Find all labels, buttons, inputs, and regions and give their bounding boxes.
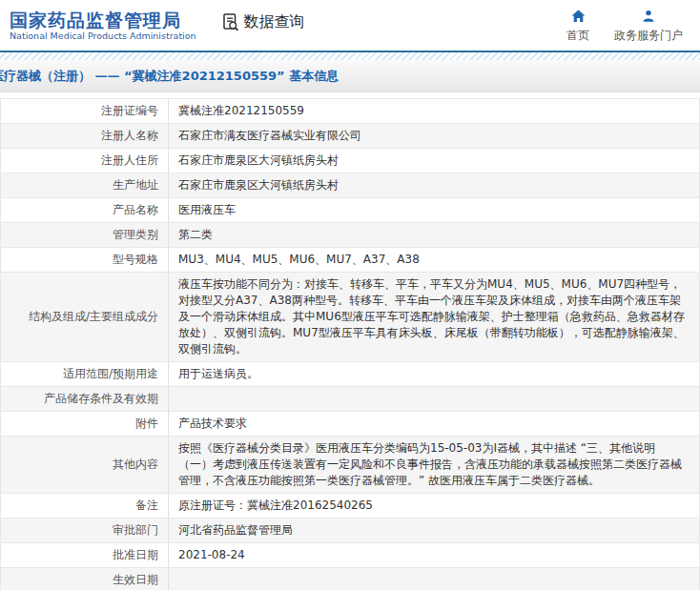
row-label: 注册人住所 [1, 149, 169, 173]
site-header: 国家药品监督管理局 National Medical Products Admi… [0, 0, 700, 51]
table-wrap: 注册证编号 冀械注准20212150559 注册人名称 石家庄市满友医疗器械实业… [0, 98, 700, 590]
row-value: 石家庄市鹿泉区大河镇纸房头村 [169, 149, 700, 173]
table-row: 其他内容 按照《医疗器械分类目录》医用液压车分类编码为15-05-03为Ⅰ器械，… [1, 437, 700, 494]
row-label: 注册证编号 [1, 99, 169, 124]
row-label: 型号规格 [1, 248, 169, 273]
breadcrumb: 医疗器械（注册） —— “冀械注准20212150559” 基本信息 [0, 68, 339, 85]
nmpa-logo[interactable]: 国家药品监督管理局 National Medical Products Admi… [10, 10, 196, 42]
row-value: 原注册证号：冀械注准20162540265 [169, 494, 700, 519]
row-label: 审批部门 [1, 519, 169, 543]
table-row: 生效日期 [1, 568, 700, 590]
table-row: 管理类别 第二类 [1, 223, 700, 248]
page: 国家药品监督管理局 National Medical Products Admi… [0, 0, 700, 590]
table-row: 备注 原注册证号：冀械注准20162540265 [1, 494, 700, 519]
table-row: 注册人住所 石家庄市鹿泉区大河镇纸房头村 [1, 149, 700, 173]
row-value: 河北省药品监督管理局 [169, 519, 700, 543]
nav-portal[interactable]: 政务服务门户 [614, 8, 683, 44]
hatch-band [0, 52, 700, 60]
row-value: 医用液压车 [169, 198, 700, 223]
row-label: 附件 [1, 412, 169, 437]
row-value: 石家庄市满友医疗器械实业有限公司 [169, 124, 700, 149]
row-label: 结构及组成/主要组成成分 [1, 273, 169, 362]
row-label: 备注 [1, 494, 169, 519]
row-label: 产品名称 [1, 198, 169, 223]
table-row: 批准日期 2021-08-24 [1, 543, 700, 568]
home-icon [570, 8, 587, 25]
row-label: 管理类别 [1, 223, 169, 248]
row-value: 液压车按功能不同分为：对接车、转移车、平车，平车又分为MU4、MU5、MU6、M… [169, 273, 700, 362]
nav-portal-label: 政务服务门户 [614, 28, 683, 44]
info-table: 注册证编号 冀械注准20212150559 注册人名称 石家庄市满友医疗器械实业… [0, 98, 700, 590]
row-value [169, 387, 700, 412]
row-value: 按照《医疗器械分类目录》医用液压车分类编码为15-05-03为Ⅰ器械，其中描述 … [169, 437, 700, 494]
row-value: 冀械注准20212150559 [169, 99, 700, 124]
row-label: 其他内容 [1, 437, 169, 494]
nav-home[interactable]: 首页 [566, 8, 589, 44]
table-row: 注册证编号 冀械注准20212150559 [1, 99, 700, 124]
table-row: 适用范围/预期用途 用于运送病员。 [1, 362, 700, 387]
row-value [169, 568, 700, 590]
row-label: 批准日期 [1, 543, 169, 568]
logo-subtitle: National Medical Products Administration [10, 31, 196, 42]
row-value: 石家庄市鹿泉区大河镇纸房头村 [169, 173, 700, 198]
table-row: 结构及组成/主要组成成分 液压车按功能不同分为：对接车、转移车、平车，平车又分为… [1, 273, 700, 362]
row-label: 生效日期 [1, 568, 169, 590]
table-row: 型号规格 MU3、MU4、MU5、MU6、MU7、A37、A38 [1, 248, 700, 273]
table-row: 产品名称 医用液压车 [1, 198, 700, 223]
nav-data-query[interactable]: 数据查询 [221, 12, 305, 32]
table-row: 审批部门 河北省药品监督管理局 [1, 519, 700, 543]
breadcrumb-bar: 医疗器械（注册） —— “冀械注准20212150559” 基本信息 [0, 60, 700, 92]
table-row: 产品储存条件及有效期 [1, 387, 700, 412]
row-label: 注册人名称 [1, 124, 169, 149]
row-value: 2021-08-24 [169, 543, 700, 568]
table-row: 附件 产品技术要求 [1, 412, 700, 437]
row-value: 产品技术要求 [169, 412, 700, 437]
row-value: 用于运送病员。 [169, 362, 700, 387]
table-row: 生产地址 石家庄市鹿泉区大河镇纸房头村 [1, 173, 700, 198]
nav-data-query-label: 数据查询 [244, 12, 305, 32]
row-value: 第二类 [169, 223, 700, 248]
table-row: 注册人名称 石家庄市满友医疗器械实业有限公司 [1, 124, 700, 149]
header-nav: 首页 政务服务门户 [566, 8, 683, 44]
doc-search-icon [221, 12, 240, 32]
nav-home-label: 首页 [566, 28, 589, 44]
user-icon [641, 8, 656, 25]
row-label: 适用范围/预期用途 [1, 362, 169, 387]
logo-title: 国家药品监督管理局 [10, 10, 196, 31]
row-value: MU3、MU4、MU5、MU6、MU7、A37、A38 [169, 248, 700, 273]
row-label: 产品储存条件及有效期 [1, 387, 169, 412]
row-label: 生产地址 [1, 173, 169, 198]
